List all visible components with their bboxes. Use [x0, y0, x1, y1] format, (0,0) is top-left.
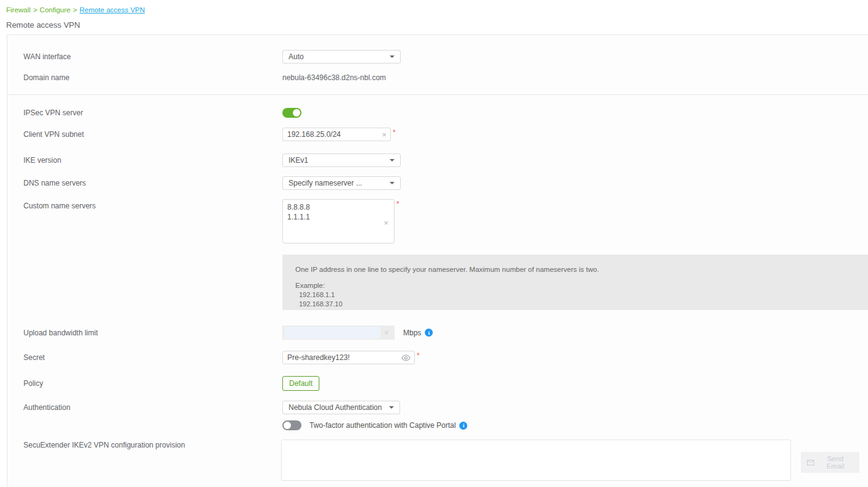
clear-icon[interactable]: ×	[382, 131, 387, 139]
ipsec-vpn-server-toggle[interactable]	[282, 108, 301, 118]
eye-icon[interactable]	[401, 354, 411, 361]
info-icon[interactable]: i	[425, 329, 433, 337]
upload-bandwidth-limit-input[interactable]	[284, 327, 380, 338]
hint-example-ip: 192.168.1.1	[295, 290, 856, 300]
breadcrumb: Firewall>Configure>Remote access VPN	[0, 0, 868, 14]
required-asterisk: *	[393, 128, 396, 136]
toggle-knob	[284, 422, 291, 429]
ipsec-vpn-server-label: IPSec VPN server	[7, 108, 282, 117]
breadcrumb-separator: >	[33, 6, 38, 14]
upload-bandwidth-limit-field: ×	[282, 325, 395, 340]
dns-name-servers-label: DNS name servers	[7, 179, 282, 187]
hint-example-label: Example:	[295, 281, 856, 291]
secret-label: Secret	[7, 353, 282, 362]
hint-example-ip: 192.168.37.10	[295, 300, 856, 309]
breadcrumb-firewall[interactable]: Firewall	[6, 6, 31, 14]
custom-name-servers-textarea[interactable]: 8.8.8.8 1.1.1.1	[282, 199, 395, 243]
authentication-select[interactable]: Nebula Cloud Authentication	[282, 401, 400, 414]
chevron-down-icon	[389, 406, 394, 409]
policy-label: Policy	[7, 379, 282, 388]
email-icon	[807, 460, 814, 465]
breadcrumb-remote-access-vpn[interactable]: Remote access VPN	[80, 6, 145, 14]
ike-version-select[interactable]: IKEv1	[282, 153, 401, 167]
authentication-value: Nebula Cloud Authentication	[289, 403, 382, 412]
secuextender-config-textarea[interactable]	[281, 440, 791, 481]
wan-interface-value: Auto	[289, 52, 304, 61]
toggle-knob	[293, 109, 300, 117]
dns-name-servers-value: Specify nameserver ...	[289, 179, 362, 187]
breadcrumb-separator: >	[73, 6, 77, 14]
breadcrumb-configure[interactable]: Configure	[39, 6, 70, 14]
upload-bandwidth-limit-label: Upload bandwidth limit	[7, 329, 282, 337]
clear-icon: ×	[384, 329, 389, 337]
secret-input[interactable]	[282, 351, 415, 364]
chevron-down-icon	[390, 159, 395, 162]
nameserver-hint-box: One IP address in one line to specify yo…	[282, 255, 868, 310]
info-icon[interactable]: i	[459, 422, 467, 430]
chevron-down-icon	[390, 55, 395, 58]
client-vpn-subnet-label: Client VPN subnet	[7, 130, 282, 139]
custom-name-servers-label: Custom name servers	[7, 199, 282, 210]
secuextender-label: SecuExtender IKEv2 VPN configuration pro…	[7, 440, 282, 449]
send-email-button[interactable]: Send Email	[801, 452, 859, 473]
domain-name-label: Domain name	[7, 73, 282, 82]
two-factor-label: Two-factor authentication with Captive P…	[309, 421, 456, 430]
send-email-label: Send Email	[817, 455, 853, 470]
dns-name-servers-select[interactable]: Specify nameserver ...	[282, 176, 401, 190]
ike-version-label: IKE version	[7, 156, 282, 165]
required-asterisk: *	[396, 199, 399, 208]
two-factor-toggle[interactable]	[282, 420, 301, 430]
domain-name-value: nebula-63496c38.d2ns-nbl.com	[282, 73, 386, 82]
wan-interface-select[interactable]: Auto	[282, 50, 401, 63]
clear-icon[interactable]: ×	[383, 219, 388, 227]
chevron-down-icon	[390, 182, 395, 184]
client-vpn-subnet-input[interactable]	[282, 128, 391, 141]
section-divider	[7, 94, 868, 95]
page-title: Remote access VPN	[0, 14, 868, 35]
ike-version-value: IKEv1	[289, 156, 308, 165]
hint-text: One IP address in one line to specify yo…	[295, 265, 856, 275]
required-asterisk: *	[417, 351, 420, 359]
wan-interface-label: WAN interface	[7, 52, 282, 61]
policy-default-button[interactable]: Default	[282, 376, 319, 391]
mbps-unit-label: Mbps	[403, 329, 421, 337]
authentication-label: Authentication	[7, 401, 282, 412]
remote-access-vpn-panel: WAN interface Auto Domain name nebula-63…	[7, 35, 868, 487]
